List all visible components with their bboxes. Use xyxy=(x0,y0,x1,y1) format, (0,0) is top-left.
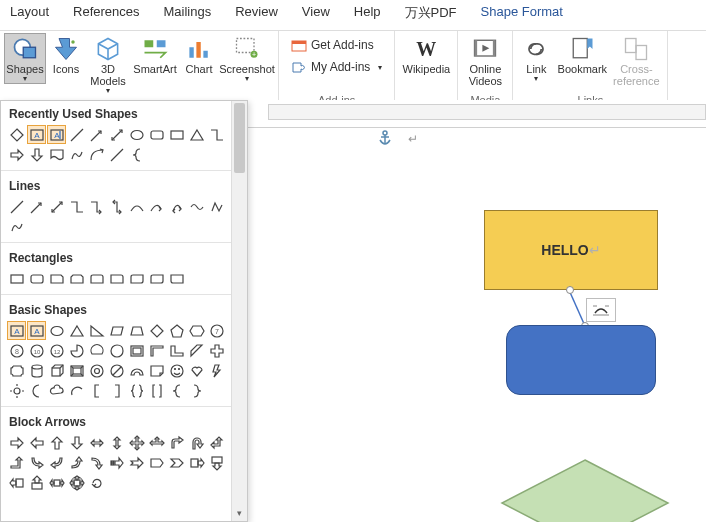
ar-bent[interactable] xyxy=(167,433,186,452)
rect-6[interactable] xyxy=(107,269,126,288)
ar-3way[interactable] xyxy=(147,433,166,452)
chart-button[interactable]: Chart xyxy=(180,33,218,76)
scrollbar-down[interactable]: ▾ xyxy=(232,505,247,521)
ar-bentup[interactable] xyxy=(7,453,26,472)
tab-shape-format[interactable]: Shape Format xyxy=(481,2,563,24)
bs-textbox[interactable]: A xyxy=(7,321,26,340)
tab-review[interactable]: Review xyxy=(235,2,278,24)
shape-line-double-arrow[interactable] xyxy=(107,125,126,144)
tab-layout[interactable]: Layout xyxy=(10,2,49,24)
rect-9[interactable] xyxy=(167,269,186,288)
shape-oval[interactable] xyxy=(127,125,146,144)
line-4[interactable] xyxy=(67,197,86,216)
my-addins-button[interactable]: My Add-ins ▾ xyxy=(287,57,386,77)
shape-rectangle-yellow[interactable]: HELLO↵ xyxy=(484,210,658,290)
shape-connector-curved[interactable] xyxy=(87,145,106,164)
shape-rounded-rect-blue[interactable] xyxy=(506,325,656,395)
bs-decagon[interactable]: 10 xyxy=(27,341,46,360)
tab-mailings[interactable]: Mailings xyxy=(164,2,212,24)
bs-frame[interactable] xyxy=(127,341,146,360)
ar-pentagon[interactable] xyxy=(147,453,166,472)
ar-leftup[interactable] xyxy=(207,433,226,452)
bs-noentry[interactable] xyxy=(107,361,126,380)
line-6[interactable] xyxy=(107,197,126,216)
rect-2[interactable] xyxy=(27,269,46,288)
ar-notched[interactable] xyxy=(127,453,146,472)
shape-left-brace[interactable] xyxy=(127,145,146,164)
online-videos-button[interactable]: Online Videos xyxy=(462,33,508,88)
ar-curved-d[interactable] xyxy=(87,453,106,472)
bs-sun[interactable] xyxy=(7,381,26,400)
rect-4[interactable] xyxy=(67,269,86,288)
bs-chord[interactable] xyxy=(87,341,106,360)
bs-bracket-pair[interactable] xyxy=(147,381,166,400)
ar-leftright[interactable] xyxy=(87,433,106,452)
bs-rtriangle[interactable] xyxy=(87,321,106,340)
crossref-button[interactable]: Cross-reference xyxy=(609,33,663,88)
bs-cloud[interactable] xyxy=(47,381,66,400)
bs-moon[interactable] xyxy=(27,381,46,400)
ar-up[interactable] xyxy=(47,433,66,452)
bs-teardrop[interactable] xyxy=(107,341,126,360)
bs-textbox-v[interactable]: A xyxy=(27,321,46,340)
bs-pie[interactable] xyxy=(67,341,86,360)
tab-wanxing-pdf[interactable]: 万兴PDF xyxy=(405,2,457,24)
ar-quad[interactable] xyxy=(127,433,146,452)
bs-donut[interactable] xyxy=(87,361,106,380)
line-1[interactable] xyxy=(7,197,26,216)
line-3[interactable] xyxy=(47,197,66,216)
shape-flowchart-doc[interactable] xyxy=(47,145,66,164)
scrollbar-thumb[interactable] xyxy=(234,103,245,173)
dropdown-scrollbar[interactable]: ▾ xyxy=(231,101,247,521)
shape-arrow-down[interactable] xyxy=(27,145,46,164)
bs-bracket-l[interactable] xyxy=(87,381,106,400)
shape-textbox-vertical[interactable]: A xyxy=(47,125,66,144)
bs-pentagon[interactable] xyxy=(167,321,186,340)
shape-triangle[interactable] xyxy=(187,125,206,144)
ar-curved-u[interactable] xyxy=(67,453,86,472)
bs-hexagon[interactable] xyxy=(187,321,206,340)
tab-references[interactable]: References xyxy=(73,2,139,24)
ar-callout-quad[interactable] xyxy=(67,473,86,492)
smartart-button[interactable]: SmartArt xyxy=(130,33,180,76)
bs-heart[interactable] xyxy=(187,361,206,380)
ar-chevron[interactable] xyxy=(167,453,186,472)
ar-callout-r[interactable] xyxy=(187,453,206,472)
bs-arc[interactable] xyxy=(67,381,86,400)
get-addins-button[interactable]: Get Add-ins xyxy=(287,35,386,55)
bs-brace-pair[interactable] xyxy=(127,381,146,400)
ar-circular[interactable] xyxy=(87,473,106,492)
ar-uturn[interactable] xyxy=(187,433,206,452)
bs-plaque[interactable] xyxy=(7,361,26,380)
bs-parallelogram[interactable] xyxy=(107,321,126,340)
tab-help[interactable]: Help xyxy=(354,2,381,24)
line-11[interactable] xyxy=(207,197,226,216)
connector-handle-start[interactable] xyxy=(566,286,574,294)
tab-view[interactable]: View xyxy=(302,2,330,24)
rect-1[interactable] xyxy=(7,269,26,288)
ar-striped[interactable] xyxy=(107,453,126,472)
ar-left[interactable] xyxy=(27,433,46,452)
bs-bevel[interactable] xyxy=(67,361,86,380)
shape-line-arrow[interactable] xyxy=(87,125,106,144)
shape-textbox[interactable]: A xyxy=(27,125,46,144)
ar-curved-r[interactable] xyxy=(27,453,46,472)
line-7[interactable] xyxy=(127,197,146,216)
shape-rounded-rect[interactable] xyxy=(147,125,166,144)
line-2[interactable] xyxy=(27,197,46,216)
bs-diagstripe[interactable] xyxy=(187,341,206,360)
ar-callout-u[interactable] xyxy=(27,473,46,492)
shape-diamond[interactable] xyxy=(7,125,26,144)
bs-heptagon[interactable]: 7 xyxy=(207,321,226,340)
bs-bracket-r[interactable] xyxy=(107,381,126,400)
shape-rect[interactable] xyxy=(167,125,186,144)
bs-blockarc[interactable] xyxy=(127,361,146,380)
line-9[interactable] xyxy=(167,197,186,216)
bs-halfframe[interactable] xyxy=(147,341,166,360)
line-10[interactable] xyxy=(187,197,206,216)
shape-line[interactable] xyxy=(67,125,86,144)
ar-down[interactable] xyxy=(67,433,86,452)
bs-lightning[interactable] xyxy=(207,361,226,380)
link-button[interactable]: Link ▾ xyxy=(517,33,555,84)
ar-callout-lr[interactable] xyxy=(47,473,66,492)
